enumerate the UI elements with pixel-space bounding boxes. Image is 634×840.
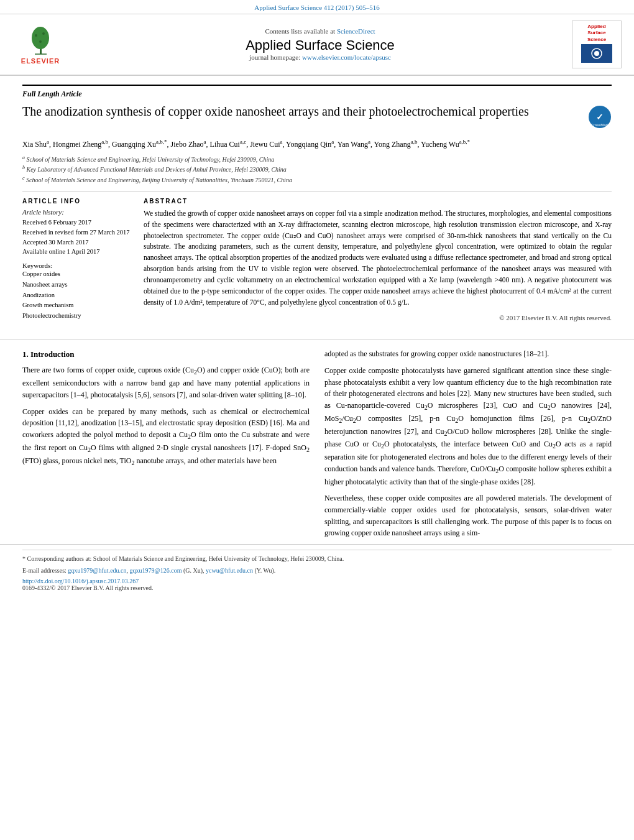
email-gx2: gqxu1979@126.com	[130, 567, 182, 574]
email-yw: ycwu@hfut.edu.cn	[206, 567, 253, 574]
svg-point-1	[32, 27, 49, 49]
keyword-photo: Photoelectrochemistry	[22, 311, 131, 321]
keywords-section: Keywords: Copper oxides Nanosheet arrays…	[22, 262, 131, 321]
keyword-nanosheet: Nanosheet arrays	[22, 280, 131, 290]
svg-text:CrossMark: CrossMark	[590, 123, 609, 127]
journal-logo-box: Applied Surface Science	[572, 21, 622, 68]
journal-reference: Applied Surface Science 412 (2017) 505–5…	[254, 4, 379, 11]
journal-logo-icon	[581, 44, 612, 63]
sciencedirect-link[interactable]: ScienceDirect	[337, 27, 375, 35]
body-para-2: Copper oxides can be prepared by many me…	[22, 406, 310, 468]
journal-homepage: journal homepage: www.elsevier.com/locat…	[75, 53, 566, 61]
body-para-4: Copper oxide composite photocatalysts ha…	[324, 365, 612, 487]
journal-center: Contents lists available at ScienceDirec…	[75, 27, 566, 61]
keyword-anodization: Anodization	[22, 290, 131, 301]
journal-header: ELSEVIER Contents lists available at Sci…	[0, 14, 634, 76]
homepage-url[interactable]: www.elsevier.com/locate/apsusc	[302, 53, 391, 61]
abstract-paragraph: We studied the growth of copper oxide na…	[144, 208, 612, 308]
svg-text:✓: ✓	[596, 112, 604, 122]
keyword-growth: Growth mechanism	[22, 300, 131, 311]
copyright: © 2017 Elsevier B.V. All rights reserved…	[144, 314, 612, 321]
body-content: 1. Introduction There are two forms of c…	[0, 348, 634, 543]
footer-corresponding: * Corresponding authors at: School of Ma…	[22, 554, 612, 563]
body-para-5: Nevertheless, these copper oxide composi…	[324, 492, 612, 538]
affiliations: a School of Materials Science and Engine…	[22, 154, 612, 185]
email-label: E-mail addresses:	[22, 567, 68, 574]
svg-point-3	[42, 32, 45, 35]
article-history: Article history: Received 6 February 201…	[22, 208, 131, 257]
body-para-3: adopted as the substrates for growing co…	[324, 348, 612, 360]
footer-issn: 0169-4332/© 2017 Elsevier B.V. All right…	[22, 584, 612, 591]
footer: * Corresponding authors at: School of Ma…	[0, 544, 634, 591]
article-title: The anodization synthesis of copper oxid…	[22, 103, 582, 120]
article-info-label: ARTICLE INFO	[22, 198, 131, 205]
abstract-col: ABSTRACT We studied the growth of copper…	[144, 198, 612, 321]
authors: Xia Shua, Hongmei Zhenga,b, Guangqing Xu…	[22, 137, 612, 150]
journal-logo-right: Applied Surface Science	[572, 21, 622, 68]
footer-email: E-mail addresses: gqxu1979@hfut.edu.cn, …	[22, 566, 612, 575]
svg-point-8	[594, 51, 599, 56]
article-info-abstract: ARTICLE INFO Article history: Received 6…	[22, 191, 612, 321]
keyword-copper: Copper oxides	[22, 269, 131, 280]
history-received: Received 6 February 2017	[22, 218, 131, 228]
section-divider	[0, 339, 634, 339]
footer-doi[interactable]: http://dx.doi.org/10.1016/j.apsusc.2017.…	[22, 578, 612, 584]
history-revised: Received in revised form 27 March 2017	[22, 228, 131, 238]
article-title-section: The anodization synthesis of copper oxid…	[22, 103, 612, 131]
crossmark-icon: ✓ CrossMark	[588, 105, 612, 131]
article-type: Full Length Article	[22, 85, 612, 99]
contents-label: Contents lists available at ScienceDirec…	[75, 27, 566, 35]
body-para-1: There are two forms of copper oxide, cup…	[22, 364, 310, 400]
elsevier-tree-icon	[17, 24, 64, 58]
elsevier-logo: ELSEVIER	[12, 24, 68, 65]
affiliation-b: b Key Laboratory of Advanced Functional …	[22, 164, 612, 174]
history-title: Article history:	[22, 208, 131, 216]
keywords-title: Keywords:	[22, 262, 131, 269]
svg-point-2	[35, 34, 37, 37]
body-col-left: 1. Introduction There are two forms of c…	[22, 348, 310, 543]
body-col-right: adopted as the substrates for growing co…	[324, 348, 612, 543]
email-gx: gqxu1979@hfut.edu.cn	[68, 567, 126, 574]
abstract-label: ABSTRACT	[144, 198, 612, 205]
article-info-col: ARTICLE INFO Article history: Received 6…	[22, 198, 131, 321]
section1-title: 1. Introduction	[22, 348, 310, 361]
article-content: Full Length Article The anodization synt…	[0, 76, 634, 330]
svg-point-4	[39, 40, 42, 43]
journal-title: Applied Surface Science	[75, 37, 566, 53]
affiliation-a: a School of Materials Science and Engine…	[22, 154, 612, 164]
abstract-text: We studied the growth of copper oxide na…	[144, 208, 612, 308]
history-online: Available online 1 April 2017	[22, 247, 131, 257]
affiliation-c: c School of Materials Science and Engine…	[22, 175, 612, 185]
top-bar: Applied Surface Science 412 (2017) 505–5…	[0, 0, 634, 14]
history-accepted: Accepted 30 March 2017	[22, 238, 131, 247]
